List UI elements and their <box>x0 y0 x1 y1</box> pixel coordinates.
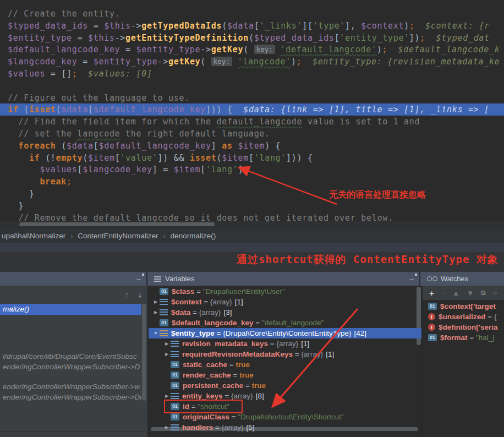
code-token: ( <box>56 141 67 151</box>
variable-row[interactable]: ▶$context = {array}[1] <box>149 297 421 307</box>
array-icon <box>160 309 168 316</box>
code-token: ] <box>211 141 222 151</box>
variable-row[interactable]: 01id = "shortcut" <box>149 401 421 412</box>
watch-row[interactable]: 01$context['target <box>423 301 504 312</box>
code-line[interactable]: // set the langcode the right default la… <box>0 128 504 140</box>
code-token: $entity_type <box>8 33 72 43</box>
code-line[interactable]: $values = []; $values: [0] <box>0 68 504 80</box>
previous-frame-icon[interactable]: ↑ <box>125 289 129 299</box>
variable-row[interactable]: ▶$data = {array}[3] <box>149 307 421 318</box>
error-icon: ! <box>428 324 435 331</box>
editor-hscrollbar-thumb[interactable] <box>19 222 215 226</box>
watch-expression: $unserialized <box>439 313 486 321</box>
variable-row[interactable]: 01render_cache = true <box>149 370 421 380</box>
code-line[interactable]: // Create the entity. <box>0 8 504 20</box>
duplicate-watch-icon[interactable]: ⧉ <box>481 289 486 296</box>
equals-sign: = <box>468 334 476 342</box>
code-line[interactable]: if (isset($data[$default_langcode_key]))… <box>0 103 504 116</box>
chevron-expanded-icon[interactable]: ▼ <box>152 331 160 336</box>
panel-divider[interactable] <box>421 286 423 437</box>
frames-panel-header: → <box>0 272 147 286</box>
chevron-collapsed-icon[interactable]: ▶ <box>163 425 171 430</box>
code-line[interactable]: $default_langcode_key = $entity_type->ge… <box>0 43 504 56</box>
code-line[interactable] <box>0 80 504 92</box>
breadcrumb-item[interactable]: ContentEntityNormalizer <box>78 232 158 240</box>
float-window-icon[interactable]: → <box>135 275 142 282</box>
variable-row[interactable]: ▶entity_keys = {array}[8] <box>149 391 421 401</box>
code-line[interactable]: $values[$langcode_key] = $item['lang']; <box>0 163 504 176</box>
variable-row[interactable]: 01static_cache = true <box>149 359 421 370</box>
stack-frame-row[interactable]: enderingControllerWrapperSubscriber->Dr <box>0 392 141 403</box>
code-token: = <box>72 33 88 43</box>
code-line[interactable]: $langcode_key = $entity_type->getKey( ke… <box>0 56 504 68</box>
code-token: foreach <box>18 141 56 151</box>
watch-row[interactable]: !$definition['seria <box>423 322 504 332</box>
code-token: key: <box>254 45 275 54</box>
variable-value: true <box>239 371 254 379</box>
stack-frame-row[interactable]: malize() <box>0 304 141 315</box>
variable-value: {array} <box>231 392 253 400</box>
frames-vscrollbar-thumb[interactable] <box>142 304 146 401</box>
chevron-collapsed-icon[interactable]: ▶ <box>152 299 160 304</box>
variable-name: persistent_cache <box>183 381 243 390</box>
variable-name: $default_langcode_key <box>172 319 254 327</box>
variable-name: id <box>183 402 189 411</box>
stack-frame-row[interactable]: enderingControllerWrapperSubscriber->w <box>0 381 141 392</box>
equals-sign: = <box>254 319 262 327</box>
code-line[interactable]: } <box>0 200 504 212</box>
code-line[interactable]: } <box>0 188 504 200</box>
code-token: ]) && <box>158 153 190 163</box>
code-line[interactable]: foreach ($data[$default_langcode_key] as… <box>0 140 504 152</box>
variable-row[interactable]: ▶revision_metadata_keys = {array}[1] <box>149 338 421 349</box>
variable-row[interactable]: 01persistent_cache = true <box>149 380 421 391</box>
stack-frame-row[interactable]: l/drupal/core/lib/Drupal/Core/EventSubsc <box>0 351 141 362</box>
code-token: // Create the entity. <box>8 9 120 19</box>
variable-row[interactable]: ▶handlers = {array}[5] <box>149 422 421 433</box>
clipped-toolbar-icon[interactable]: ○ <box>493 289 497 296</box>
code-token: ])) { <box>286 153 313 163</box>
menu-icon[interactable] <box>154 276 161 282</box>
chevron-collapsed-icon[interactable]: ▶ <box>152 310 160 315</box>
chevron-collapsed-icon[interactable]: ▶ <box>163 341 171 346</box>
variable-row[interactable]: ▶requiredRevisionMetadataKeys = {array}[… <box>149 349 421 359</box>
chevron-collapsed-icon[interactable]: ▶ <box>163 352 171 357</box>
variable-row[interactable]: 01originalClass = "Drupal\shortcut\Entit… <box>149 412 421 422</box>
float-window-icon[interactable]: → <box>408 275 415 282</box>
watch-row[interactable]: !$unserialized = { <box>423 312 504 322</box>
code-line[interactable]: if (!empty($item['value']) && isset($ite… <box>0 152 504 164</box>
code-token: $context <box>361 21 404 31</box>
code-token: ; <box>72 69 78 79</box>
chevron-collapsed-icon[interactable]: ▶ <box>163 394 171 398</box>
breadcrumb-item[interactable]: denormalize() <box>171 232 216 240</box>
code-token: ; <box>297 57 302 67</box>
breadcrumb-item[interactable]: upal\hal\Normalizer <box>2 232 65 240</box>
variable-row[interactable]: 01$default_langcode_key = "default_langc… <box>149 318 421 328</box>
watches-glasses-icon <box>427 276 437 281</box>
code-line[interactable]: $entity_type = $this->getEntityTypeDefin… <box>0 32 504 44</box>
code-token: -> <box>115 33 125 43</box>
code-line[interactable]: // Figure out the language to use. <box>0 92 504 104</box>
watch-row[interactable]: 01$format = "hal_j <box>423 332 504 343</box>
variable-value: true <box>252 381 266 390</box>
move-watch-down-icon[interactable]: ▼ <box>467 289 474 297</box>
variable-name: $data <box>171 308 190 316</box>
code-line[interactable]: $typed_data_ids = $this->getTypedDataIds… <box>0 20 504 32</box>
watch-expression: $format <box>440 334 468 342</box>
code-token: $this <box>88 33 115 43</box>
variable-row[interactable]: ▼$entity_type = {Drupal\Core\Entity\Cont… <box>149 328 421 338</box>
code-editor[interactable]: // Create the entity.$typed_data_ids = $… <box>0 0 504 228</box>
code-line[interactable]: // Find the field item for which the def… <box>0 116 504 128</box>
next-frame-icon[interactable]: ↓ <box>138 289 143 299</box>
stack-frame-row[interactable]: enderingControllerWrapperSubscriber->D <box>0 362 141 373</box>
primitive-value-icon: 01 <box>171 403 179 410</box>
variable-row[interactable]: 01$class = "Drupal\user\Entity\User" <box>149 286 421 297</box>
remove-watch-icon[interactable]: − <box>441 289 446 297</box>
code-token: $values <box>8 69 45 79</box>
code-token: empty <box>56 153 83 163</box>
code-token: = <box>78 57 94 67</box>
equals-sign: = <box>229 413 238 421</box>
add-watch-icon[interactable]: + <box>429 289 434 297</box>
panel-divider[interactable] <box>147 286 149 437</box>
code-line[interactable]: break; <box>0 176 504 188</box>
move-watch-up-icon[interactable]: ▲ <box>452 289 459 297</box>
